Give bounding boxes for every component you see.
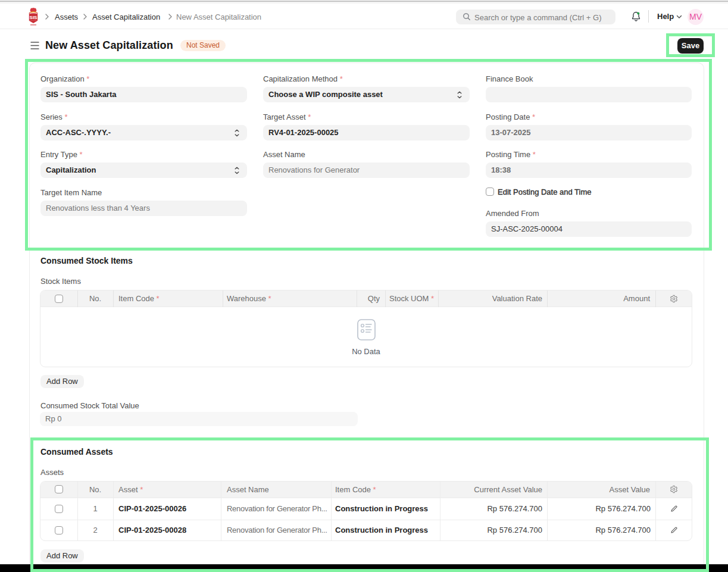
svg-text:SIS: SIS [30,15,38,20]
